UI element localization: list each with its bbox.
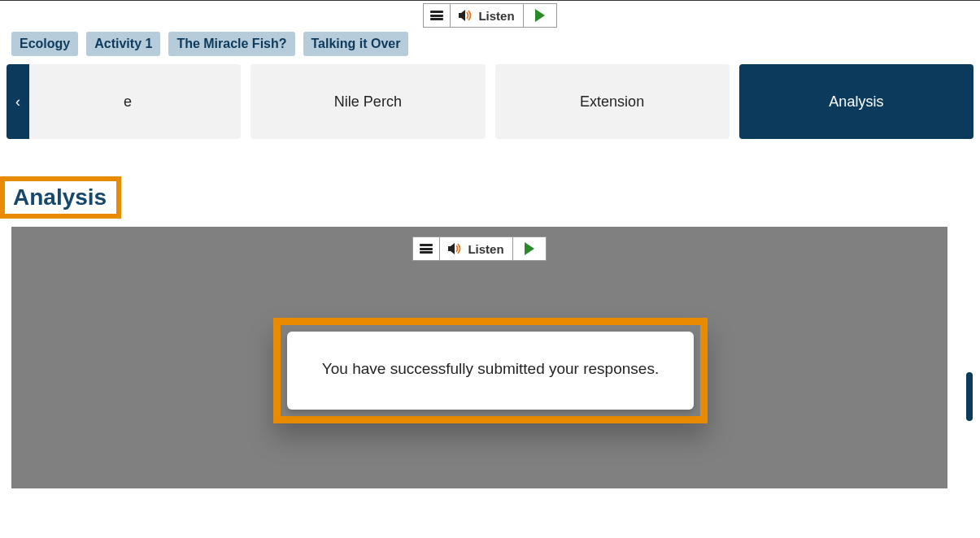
listen-label: Listen: [478, 9, 514, 23]
menu-button[interactable]: [413, 237, 440, 260]
listen-label: Listen: [468, 242, 503, 256]
tab-partial-label: e: [115, 93, 132, 111]
chevron-left-icon: ‹: [15, 93, 20, 111]
menu-icon: [430, 11, 443, 20]
tab-label: Extension: [580, 93, 644, 111]
listen-button[interactable]: Listen: [440, 237, 512, 260]
tab-partial[interactable]: e: [7, 64, 241, 139]
breadcrumb-talking-over[interactable]: Talking it Over: [303, 32, 409, 56]
speaker-icon: [448, 242, 463, 255]
breadcrumb-miracle-fish[interactable]: The Miracle Fish?: [168, 32, 294, 56]
listen-toolbar-top: Listen: [0, 1, 980, 29]
listen-button[interactable]: Listen: [451, 4, 523, 27]
menu-button[interactable]: [424, 4, 451, 27]
tab-label: Nile Perch: [334, 93, 402, 111]
success-modal: You have successfully submitted your res…: [273, 318, 708, 423]
play-button[interactable]: [524, 4, 556, 27]
listen-toolbar: Listen: [423, 3, 556, 28]
success-message: You have successfully submitted your res…: [287, 332, 694, 410]
scrollbar-thumb[interactable]: [966, 372, 973, 421]
content-frame: Listen You have successfully submitted y…: [11, 227, 947, 488]
speaker-icon: [459, 9, 473, 22]
tab-label: Analysis: [829, 93, 883, 111]
listen-toolbar-content: Listen: [11, 236, 947, 261]
breadcrumb-ecology[interactable]: Ecology: [11, 32, 78, 56]
play-button[interactable]: [513, 237, 546, 260]
tab-analysis[interactable]: Analysis: [739, 64, 973, 139]
tab-extension[interactable]: Extension: [495, 64, 730, 139]
tab-nile-perch[interactable]: Nile Perch: [250, 64, 485, 139]
listen-toolbar: Listen: [412, 236, 546, 261]
breadcrumb: Ecology Activity 1 The Miracle Fish? Tal…: [0, 29, 980, 64]
page-heading-highlight: Analysis: [0, 176, 121, 219]
tab-prev-button[interactable]: ‹: [7, 64, 29, 139]
page-title: Analysis: [13, 184, 107, 210]
tabs: ‹ e Nile Perch Extension Analysis: [0, 64, 980, 139]
play-icon: [535, 9, 545, 22]
menu-icon: [420, 244, 433, 254]
breadcrumb-activity-1[interactable]: Activity 1: [86, 32, 160, 56]
play-icon: [525, 242, 534, 255]
